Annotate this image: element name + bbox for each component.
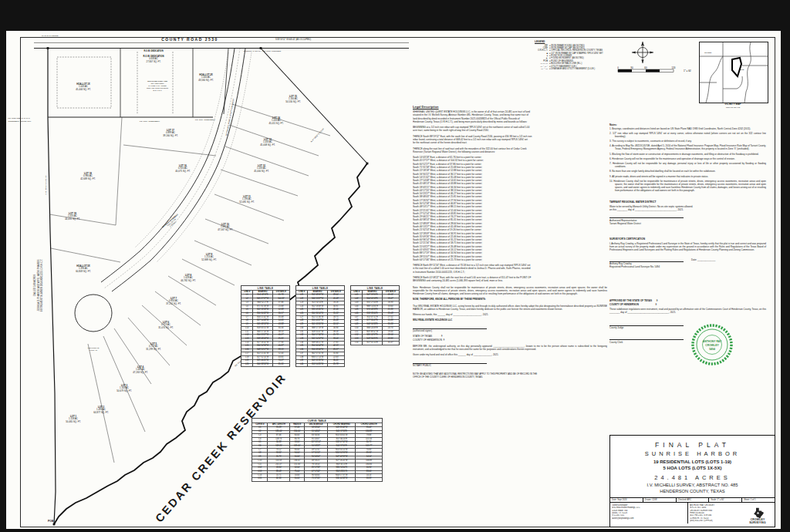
lot-label: HOA-LOT 5X1.396 AC60,809 SQ. FT. <box>76 264 91 273</box>
approval-body: These subdivision regulations were instr… <box>609 308 766 314</box>
water-district-date-line: on this ________ day of ________________… <box>609 208 766 212</box>
lot-label: LOT 81.028 AC44,782 SQ. FT. <box>181 274 196 282</box>
lot-label: LOT 11.158 AC50,465 SQ. FT. <box>66 415 81 423</box>
private-road <box>75 49 252 332</box>
legend: LEGEND IRF= IRON REBAR FOUND (AS NOTED)C… <box>535 40 618 70</box>
north-arrow-icon <box>628 40 657 66</box>
water-district-title: TARRANT REGIONAL WATER DISTRICT <box>609 200 766 204</box>
line-table: LINE TABLE LINE #BEARINGDISTANCEL1S14°43… <box>241 285 290 367</box>
monument-note: PASSING AT 456.98′ A 1/2″ CIRF 'ILLEGIBL… <box>244 50 282 52</box>
legal-description-title: Legal Description <box>413 105 607 109</box>
notes-column: Notes: 1. Bearings, coordinates and dist… <box>609 123 766 344</box>
lot-label: LOT 170.899 AC39,160 SQ. FT. <box>163 129 178 137</box>
note-item: 4. According to Map No. 48213C0570E, dat… <box>609 145 766 151</box>
county-judge-signature-line <box>609 322 684 326</box>
survey-abstract-line: I.V. MICHELLI SURVEY, ABSTRACT NO. 485 <box>610 483 775 489</box>
residential-lots-line: 19 RESIDENTIAL LOTS (LOTS 1-19) <box>610 460 775 466</box>
note-item: 3. This survey is subject to easements, … <box>609 140 766 143</box>
owner-company-line: WSJ REAL ESTATE HOLDINGS LLC <box>413 318 607 322</box>
line-table-1: LINE #BEARINGDISTANCEL1S14°43′18″E61.76′… <box>241 290 290 367</box>
rebar-note: 1/2″ IRON REBAR W/ CAP <box>8 117 30 120</box>
county-of-henderson-line: COUNTY OF HENDERSON § <box>413 338 607 342</box>
title-block: FINAL PLAT SUNRISE HARBOR 19 RESIDENTIAL… <box>609 435 775 527</box>
lot-label: LOT 70.854 AC37,212 SQ. FT. <box>166 297 181 305</box>
given-under-line: Given under my hand and seal of office t… <box>413 353 607 356</box>
note-item: 1. Bearings, coordinates and distances l… <box>609 128 766 131</box>
table-row: C1562.36′50.00′71°27′45″S36°40′58″W58.39… <box>252 477 383 481</box>
water-district-signature-line <box>609 214 684 218</box>
lot-label: LOT 21.490 AC64,877 SQ. FT. <box>93 406 109 414</box>
title-block-heading: FINAL PLAT SUNRISE HARBOR 19 RESIDENTIAL… <box>610 436 775 494</box>
surveyor-info-line: (469) 850-2937 (OFFICE) <box>690 520 744 522</box>
lot-label: TEXAS SW CORP ANDGRAVES LOOPCALLED 1.00 … <box>147 80 169 92</box>
note-item: 9. All private roads, drives and streets… <box>609 176 766 179</box>
lot-label: LOT 151.160 AC50,530 SQ. FT. <box>285 95 301 103</box>
curve-table-grid: CURVE #ARC LENGTHRADIUSDELTA ANGLECHORD … <box>252 423 383 482</box>
point-of-beginning-label: POB <box>48 520 54 523</box>
lot-label: LOT 131.033 AC45,008 SQ. FT. <box>260 138 275 146</box>
info-cell: Checked: ARC <box>677 498 710 502</box>
note-item: 10. Henderson County shall not be respon… <box>609 180 766 193</box>
row-dedication-tag: R.O.W. DEDICATION <box>143 49 163 52</box>
lot-label: LOT 50.719 AC31,299 SQ. FT. <box>146 342 161 351</box>
neighbor-tract-label: CALLED 5.00 ACRES <box>33 274 36 296</box>
logo-wordmark-line: SURVEYING <box>741 522 774 525</box>
county-clerk-signature-line <box>609 336 684 340</box>
lot-label: LOT 180.980 AC42,689 SQ. FT. <box>80 172 96 180</box>
vicinity-map-drawing: CR 2530SITE <box>700 42 768 103</box>
seal-name-line: CROWLEY <box>705 344 719 347</box>
surveyor-contact-block: ANTHONY RAY CROWLEYR.P.L.S. NO. 5494CROW… <box>688 503 745 524</box>
vicinity-labels: CR 2530SITE <box>704 52 744 71</box>
lot-label: HOA-LOT 4X0.189 AC <box>88 347 100 352</box>
monument-note: 1/2″ CIRF 'GREENBELT' <box>140 120 160 123</box>
line-table: LINE TABLE LINE #BEARINGDISTANCEL21S12°4… <box>295 285 345 367</box>
county-road-lines <box>34 43 409 49</box>
lot-label: HOA-LOT 1X1.043 AC45,444 SQ. FT. <box>76 82 91 91</box>
hoa-parcel-lines <box>48 49 228 118</box>
legal-line: BEGINNING and containing 24.481 acres (1… <box>413 279 607 282</box>
line-table-3: LINE #BEARINGDISTANCEL41S47°19′55″E45.12… <box>350 290 400 345</box>
table-row: L20S40°38′53″W85.31′ <box>241 363 290 367</box>
lot-label: LOT 111.196 AC52,081 SQ. FT. <box>239 195 255 204</box>
mag-nail-note: MAG NAIL FOUND <box>42 35 59 37</box>
rebar-note: 'GREENBELT' FOUND (CM) <box>8 120 32 123</box>
notary-caption: NOTARY PUBLIC <box>413 364 607 367</box>
neighbor-tract-label: INSTRUMENT NUMBER 2014-00011223, O.R.H.C… <box>40 258 43 311</box>
scale-caption: 1″ = 60′ <box>684 69 691 72</box>
lot-label: LOT 121.033 AC45,000 SQ. FT. <box>254 164 269 173</box>
vicinity-map-title: VICINITY MAP NOT TO SCALE <box>699 103 767 109</box>
surveyor-certification-block: SURVEYOR'S CERTIFICATION I, Anthony Ray … <box>609 237 766 268</box>
road-dimension-label: S 88°59′12″ W 668.42′ (AS OCCUPIED) <box>275 38 311 41</box>
plat-sheet: COUNTY ROAD 2530S 88°59′12″ W 668.42′ (A… <box>6 31 781 529</box>
graphic-scale-bar: 0 30 60 120 1″ = 60′ <box>617 66 691 76</box>
signer-caption: (authorized signer) <box>413 329 607 332</box>
notes-list: 1. Bearings, coordinates and distances l… <box>609 128 766 193</box>
owner-developer-block: Owner/Developer:WSJ Real Estate Holdings… <box>610 503 688 524</box>
lot-label: LOT 41.085 AC47,263 SQ. FT. <box>133 365 148 374</box>
scale-tick-label: 0 <box>617 66 619 69</box>
scale-tick-label: 120 <box>671 66 675 69</box>
witness-line: Witness our hands, this ______ day of __… <box>413 313 607 316</box>
info-cell: Scale: 1″ = 60′ <box>709 498 742 502</box>
notary-signature-line <box>413 360 487 364</box>
line-tables: LINE TABLE LINE #BEARINGDISTANCEL1S14°43… <box>241 285 400 367</box>
line-table: LINE TABLE LINE #BEARINGDISTANCEL41S47°1… <box>350 285 400 367</box>
boundary-bearing: S 01°08′22″ W 351.47′ <box>45 175 47 194</box>
lot-label: HOA-LOT 2X1.000 AC43,560 SQ. FT. <box>198 73 214 82</box>
approval-county-line: COUNTY OF HENDERSON § <box>609 303 766 307</box>
lot-labels: HOA-LOT 1X1.043 AC45,444 SQ. FT.R.O.W. D… <box>65 55 301 423</box>
hoa-lots-line: 5 HOA LOTS (LOTS 1X-5X) <box>610 466 775 472</box>
subdivision-name: SUNRISE HARBOR <box>610 450 775 457</box>
acreage-line: 24.481 ACRES <box>610 474 775 481</box>
table-row: L40S13°14′25″W29.78′ <box>296 363 345 367</box>
monument-note: 1/2″ CIRF 'GREENBELT' <box>195 119 216 121</box>
cert-date-label: Date: ______________ <box>691 258 716 262</box>
footer-notes: NOTE: BE ADVISED THAT ANY ADDITIONAL RES… <box>413 373 607 379</box>
cul-de-sac <box>75 295 112 332</box>
vicinity-road-label: CR 2530 <box>704 52 712 54</box>
commissioners-approval-block: APPROVED BY THE STATE OF TEXAS § COUNTY … <box>609 299 766 344</box>
legal-lines: WHEREAS, UNITED QUEST ESTATE HOLDINGS LL… <box>413 110 607 283</box>
county-road-label: COUNTY ROAD 2530 <box>161 37 218 42</box>
table-row: L54S57°01′10″E35.47′ <box>351 342 400 345</box>
notes-title: Notes: <box>609 123 766 126</box>
